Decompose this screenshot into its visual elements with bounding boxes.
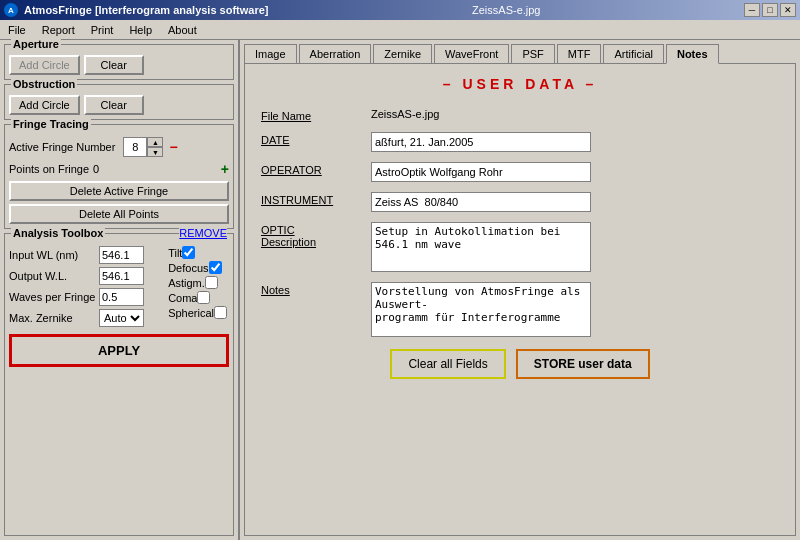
tab-zernike[interactable]: Zernike: [373, 44, 432, 64]
operator-field[interactable]: [371, 162, 591, 182]
menu-bar: File Report Print Help About: [0, 20, 800, 40]
obstruction-group: Obstruction Add Circle Clear: [4, 84, 234, 120]
max-zernike-select[interactable]: Auto 4 9 16: [99, 309, 144, 327]
waves-per-fringe-label: Waves per Fringe: [9, 291, 99, 303]
delete-all-points-button[interactable]: Delete All Points: [9, 204, 229, 224]
tab-image[interactable]: Image: [244, 44, 297, 64]
notes-field[interactable]: Vorstellung von AtmosFringe als Auswert-…: [371, 282, 591, 337]
defocus-checkbox[interactable]: [209, 261, 222, 274]
tab-wavefront[interactable]: WaveFront: [434, 44, 509, 64]
tab-psf[interactable]: PSF: [511, 44, 554, 64]
input-wl-field[interactable]: [99, 246, 144, 264]
file-name-row: File Name ZeissAS-e.jpg: [261, 108, 779, 122]
spherical-checkbox[interactable]: [214, 306, 227, 319]
tab-aberration[interactable]: Aberration: [299, 44, 372, 64]
analysis-toolbox-title: Analysis Toolbox: [11, 227, 105, 239]
notes-label: Notes: [261, 282, 371, 296]
menu-help[interactable]: Help: [125, 24, 156, 36]
obstruction-clear-button[interactable]: Clear: [84, 95, 144, 115]
aperture-clear-button[interactable]: Clear: [84, 55, 144, 75]
optic-description-label: OPTIC Description: [261, 222, 371, 248]
remove-link[interactable]: REMOVE: [179, 227, 227, 239]
user-data-title: – USER DATA –: [261, 76, 779, 92]
output-wl-label: Output W.L.: [9, 270, 99, 282]
input-wl-label: Input WL (nm): [9, 249, 99, 261]
analysis-toolbox-group: Analysis Toolbox REMOVE Input WL (nm) Ou…: [4, 233, 234, 536]
checkbox-group: Tilt Defocus Astigm. Coma: [168, 246, 229, 321]
points-on-fringe-value: 0: [93, 163, 99, 175]
aperture-title: Aperture: [11, 38, 61, 50]
main-container: Aperture Add Circle Clear Obstruction Ad…: [0, 40, 800, 540]
points-on-fringe-label: Points on Fringe: [9, 163, 89, 175]
operator-row: OPERATOR: [261, 162, 779, 182]
maximize-button[interactable]: □: [762, 3, 778, 17]
aperture-add-circle-button[interactable]: Add Circle: [9, 55, 80, 75]
tab-artificial[interactable]: Artificial: [603, 44, 664, 64]
active-fringe-input[interactable]: [123, 137, 147, 157]
fringe-decrement-button[interactable]: ▼: [147, 147, 163, 157]
app-title: AtmosFringe [Interferogram analysis soft…: [24, 4, 269, 16]
tabs-bar: Image Aberration Zernike WaveFront PSF M…: [244, 44, 796, 63]
fringe-minus-icon[interactable]: −: [169, 139, 177, 155]
coma-label: Coma: [168, 292, 197, 304]
fringe-increment-button[interactable]: ▲: [147, 137, 163, 147]
delete-active-fringe-button[interactable]: Delete Active Fringe: [9, 181, 229, 201]
title-bar: A AtmosFringe [Interferogram analysis so…: [0, 0, 800, 20]
bottom-buttons: Clear all Fields STORE user data: [261, 349, 779, 379]
menu-print[interactable]: Print: [87, 24, 118, 36]
date-label: DATE: [261, 132, 371, 146]
operator-label: OPERATOR: [261, 162, 371, 176]
right-panel: Image Aberration Zernike WaveFront PSF M…: [240, 40, 800, 540]
obstruction-title: Obstruction: [11, 78, 77, 90]
fringe-tracing-group: Fringe Tracing Active Fringe Number ▲ ▼ …: [4, 124, 234, 229]
date-row: DATE: [261, 132, 779, 152]
tab-mtf[interactable]: MTF: [557, 44, 602, 64]
file-name-label: File Name: [261, 108, 371, 122]
left-panel: Aperture Add Circle Clear Obstruction Ad…: [0, 40, 240, 540]
file-name-value: ZeissAS-e.jpg: [371, 108, 779, 120]
apply-button[interactable]: APPLY: [9, 334, 229, 367]
instrument-field[interactable]: [371, 192, 591, 212]
active-fringe-spinbox: ▲ ▼: [123, 137, 163, 157]
notes-row: Notes Vorstellung von AtmosFringe als Au…: [261, 282, 779, 337]
active-fringe-label: Active Fringe Number: [9, 141, 115, 153]
instrument-label: INSTRUMENT: [261, 192, 371, 206]
fringe-tracing-title: Fringe Tracing: [11, 118, 91, 130]
minimize-button[interactable]: ─: [744, 3, 760, 17]
notes-tab-content: – USER DATA – File Name ZeissAS-e.jpg DA…: [244, 63, 796, 536]
defocus-label: Defocus: [168, 262, 208, 274]
astigm-checkbox[interactable]: [205, 276, 218, 289]
clear-all-fields-button[interactable]: Clear all Fields: [390, 349, 505, 379]
fringe-plus-icon[interactable]: +: [221, 161, 229, 177]
tab-notes[interactable]: Notes: [666, 44, 719, 64]
store-user-data-button[interactable]: STORE user data: [516, 349, 650, 379]
menu-file[interactable]: File: [4, 24, 30, 36]
waves-per-fringe-field[interactable]: [99, 288, 144, 306]
spherical-label: Spherical: [168, 307, 214, 319]
tilt-label: Tilt: [168, 247, 182, 259]
aperture-group: Aperture Add Circle Clear: [4, 44, 234, 80]
app-icon: A: [4, 3, 18, 17]
date-field[interactable]: [371, 132, 591, 152]
coma-checkbox[interactable]: [197, 291, 210, 304]
menu-about[interactable]: About: [164, 24, 201, 36]
optic-description-field[interactable]: Setup in Autokollimation bei 546.1 nm wa…: [371, 222, 591, 272]
tilt-checkbox[interactable]: [182, 246, 195, 259]
optic-description-row: OPTIC Description Setup in Autokollimati…: [261, 222, 779, 272]
menu-report[interactable]: Report: [38, 24, 79, 36]
close-button[interactable]: ✕: [780, 3, 796, 17]
obstruction-add-circle-button[interactable]: Add Circle: [9, 95, 80, 115]
file-name-title: ZeissAS-e.jpg: [472, 4, 540, 16]
astigm-label: Astigm.: [168, 277, 205, 289]
output-wl-field[interactable]: [99, 267, 144, 285]
instrument-row: INSTRUMENT: [261, 192, 779, 212]
max-zernike-label: Max. Zernike: [9, 312, 99, 324]
